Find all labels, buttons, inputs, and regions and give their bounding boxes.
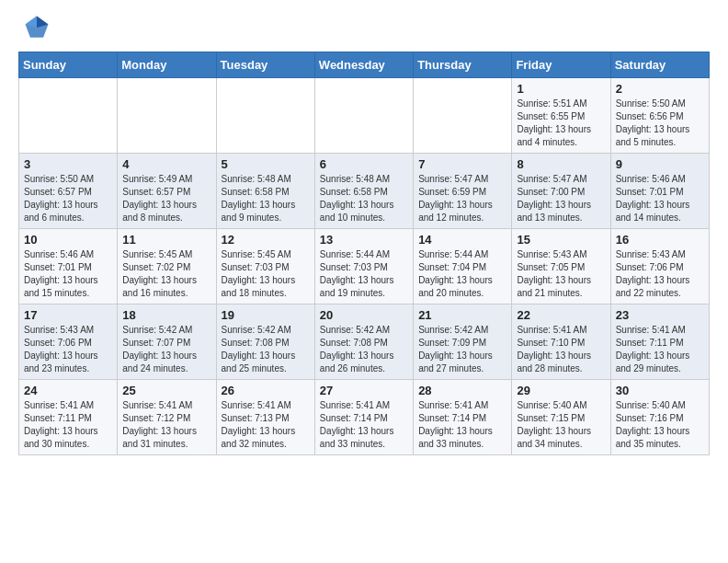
day-info-text: Sunrise: 5:42 AM: [320, 324, 408, 337]
day-info-text: Sunrise: 5:47 AM: [517, 173, 605, 186]
day-info-text: Daylight: 13 hours and 8 minutes.: [122, 199, 210, 224]
day-number: 8: [517, 157, 605, 171]
day-info-text: Daylight: 13 hours and 33 minutes.: [320, 425, 408, 451]
day-info-text: Sunset: 6:56 PM: [616, 110, 704, 123]
calendar-cell: 29Sunrise: 5:40 AMSunset: 7:15 PMDayligh…: [512, 380, 610, 455]
day-number: 28: [418, 384, 506, 397]
calendar-cell: [216, 78, 314, 154]
calendar-cell: 7Sunrise: 5:47 AMSunset: 6:59 PMDaylight…: [414, 154, 512, 229]
day-info-text: Sunrise: 5:41 AM: [122, 399, 210, 412]
day-info-text: Sunrise: 5:48 AM: [320, 173, 408, 186]
day-number: 17: [24, 308, 112, 322]
calendar-cell: 5Sunrise: 5:48 AMSunset: 6:58 PMDaylight…: [216, 154, 314, 229]
day-info-text: Daylight: 13 hours and 15 minutes.: [24, 274, 112, 300]
day-number: 23: [616, 308, 704, 322]
day-info-text: Sunrise: 5:50 AM: [24, 173, 112, 186]
day-info-text: Daylight: 13 hours and 19 minutes.: [320, 274, 408, 300]
day-info-text: Daylight: 13 hours and 6 minutes.: [24, 199, 112, 224]
day-info-text: Sunset: 7:00 PM: [517, 186, 605, 199]
day-info-text: Daylight: 13 hours and 31 minutes.: [122, 425, 210, 451]
day-info-text: Sunset: 7:11 PM: [616, 337, 704, 350]
day-number: 22: [517, 308, 605, 322]
day-info-text: Sunset: 7:04 PM: [418, 261, 506, 274]
calendar-header-tuesday: Tuesday: [216, 52, 314, 78]
calendar-header-friday: Friday: [512, 52, 610, 78]
calendar-cell: [314, 78, 413, 154]
day-number: 19: [222, 308, 310, 322]
day-info-text: Daylight: 13 hours and 4 minutes.: [517, 123, 605, 149]
day-number: 20: [320, 308, 408, 322]
calendar-cell: 9Sunrise: 5:46 AMSunset: 7:01 PMDaylight…: [610, 154, 709, 229]
day-info-text: Daylight: 13 hours and 32 minutes.: [222, 425, 310, 451]
day-info-text: Daylight: 13 hours and 25 minutes.: [222, 350, 310, 375]
day-info-text: Daylight: 13 hours and 24 minutes.: [122, 350, 210, 375]
calendar-header-thursday: Thursday: [414, 52, 512, 78]
calendar-header-monday: Monday: [118, 52, 216, 78]
day-info-text: Daylight: 13 hours and 9 minutes.: [222, 199, 310, 224]
day-info-text: Sunset: 7:09 PM: [418, 337, 506, 350]
calendar-cell: 1Sunrise: 5:51 AMSunset: 6:55 PMDaylight…: [512, 78, 610, 154]
calendar-cell: 21Sunrise: 5:42 AMSunset: 7:09 PMDayligh…: [414, 304, 512, 380]
day-info-text: Sunset: 6:55 PM: [517, 110, 605, 123]
calendar-cell: [414, 78, 512, 154]
day-info-text: Daylight: 13 hours and 12 minutes.: [418, 199, 506, 224]
day-info-text: Sunset: 7:08 PM: [222, 337, 310, 350]
day-info-text: Sunset: 7:11 PM: [24, 412, 112, 425]
calendar-table: SundayMondayTuesdayWednesdayThursdayFrid…: [18, 52, 710, 455]
day-number: 26: [222, 384, 310, 397]
day-info-text: Sunset: 7:01 PM: [24, 261, 112, 274]
header: [18, 15, 710, 42]
day-info-text: Sunset: 6:58 PM: [320, 186, 408, 199]
day-info-text: Sunrise: 5:45 AM: [122, 248, 210, 261]
day-number: 5: [222, 157, 310, 171]
day-info-text: Sunrise: 5:46 AM: [24, 248, 112, 261]
calendar-cell: 22Sunrise: 5:41 AMSunset: 7:10 PMDayligh…: [512, 304, 610, 380]
day-number: 14: [418, 233, 506, 247]
day-info-text: Daylight: 13 hours and 16 minutes.: [122, 274, 210, 300]
day-info-text: Sunset: 7:15 PM: [517, 412, 605, 425]
day-info-text: Sunrise: 5:40 AM: [616, 399, 704, 412]
calendar-cell: [19, 78, 118, 154]
calendar-week-row: 17Sunrise: 5:43 AMSunset: 7:06 PMDayligh…: [19, 304, 710, 380]
calendar-cell: 25Sunrise: 5:41 AMSunset: 7:12 PMDayligh…: [118, 380, 216, 455]
calendar-header-sunday: Sunday: [19, 52, 118, 78]
day-info-text: Sunrise: 5:40 AM: [517, 399, 605, 412]
day-number: 1: [517, 82, 605, 96]
day-info-text: Sunset: 7:16 PM: [616, 412, 704, 425]
calendar-week-row: 24Sunrise: 5:41 AMSunset: 7:11 PMDayligh…: [19, 380, 710, 455]
day-info-text: Sunrise: 5:42 AM: [122, 324, 210, 337]
calendar-cell: 12Sunrise: 5:45 AMSunset: 7:03 PMDayligh…: [216, 229, 314, 304]
day-info-text: Sunset: 7:14 PM: [320, 412, 408, 425]
calendar-cell: 6Sunrise: 5:48 AMSunset: 6:58 PMDaylight…: [314, 154, 413, 229]
page: SundayMondayTuesdayWednesdayThursdayFrid…: [0, 0, 728, 470]
day-info-text: Sunrise: 5:51 AM: [517, 98, 605, 110]
day-info-text: Sunset: 7:01 PM: [616, 186, 704, 199]
calendar-cell: 23Sunrise: 5:41 AMSunset: 7:11 PMDayligh…: [610, 304, 709, 380]
day-info-text: Sunrise: 5:48 AM: [222, 173, 310, 186]
logo: [18, 15, 51, 42]
day-info-text: Daylight: 13 hours and 28 minutes.: [517, 350, 605, 375]
calendar-cell: [118, 78, 216, 154]
day-info-text: Sunrise: 5:44 AM: [320, 248, 408, 261]
day-info-text: Daylight: 13 hours and 18 minutes.: [222, 274, 310, 300]
day-info-text: Daylight: 13 hours and 34 minutes.: [517, 425, 605, 451]
day-info-text: Daylight: 13 hours and 26 minutes.: [320, 350, 408, 375]
day-info-text: Sunrise: 5:44 AM: [418, 248, 506, 261]
day-info-text: Sunrise: 5:46 AM: [616, 173, 704, 186]
calendar-cell: 30Sunrise: 5:40 AMSunset: 7:16 PMDayligh…: [610, 380, 709, 455]
day-number: 3: [24, 157, 112, 171]
day-info-text: Sunset: 7:05 PM: [517, 261, 605, 274]
day-number: 21: [418, 308, 506, 322]
day-info-text: Sunrise: 5:43 AM: [24, 324, 112, 337]
day-number: 10: [24, 233, 112, 247]
day-info-text: Sunset: 6:59 PM: [418, 186, 506, 199]
calendar-week-row: 3Sunrise: 5:50 AMSunset: 6:57 PMDaylight…: [19, 154, 710, 229]
calendar-header-row: SundayMondayTuesdayWednesdayThursdayFrid…: [19, 52, 710, 78]
day-info-text: Sunset: 6:57 PM: [122, 186, 210, 199]
day-info-text: Sunset: 7:13 PM: [222, 412, 310, 425]
day-info-text: Sunrise: 5:41 AM: [24, 399, 112, 412]
day-info-text: Sunrise: 5:41 AM: [320, 399, 408, 412]
calendar-cell: 14Sunrise: 5:44 AMSunset: 7:04 PMDayligh…: [414, 229, 512, 304]
day-info-text: Sunrise: 5:41 AM: [517, 324, 605, 337]
day-info-text: Sunrise: 5:42 AM: [222, 324, 310, 337]
